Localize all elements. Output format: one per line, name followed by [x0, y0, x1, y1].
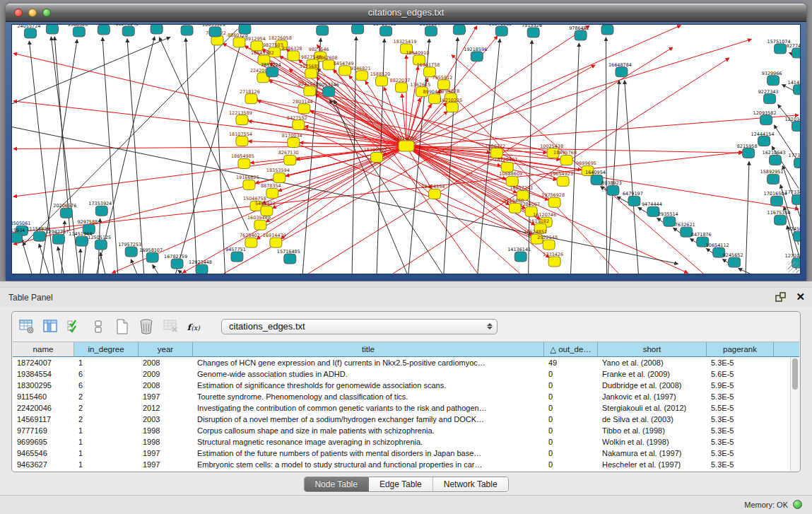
table-cell[interactable]: 1997 [139, 448, 193, 459]
graph-node[interactable] [471, 52, 483, 62]
graph-node[interactable] [792, 122, 800, 132]
table-cell[interactable]: 5.3E-5 [707, 357, 774, 368]
panel-splitter[interactable]: ▴ [0, 281, 812, 288]
table-cell[interactable]: 0 [544, 368, 598, 380]
graph-node[interactable] [239, 25, 251, 34]
graph-node[interactable] [792, 48, 800, 58]
column-header-year[interactable]: year [139, 342, 193, 357]
table-cell[interactable]: Estimation of the future numbers of pati… [193, 448, 544, 459]
graph-node[interactable] [52, 234, 64, 244]
table-cell[interactable]: 1 [74, 448, 139, 459]
window-titlebar[interactable]: citations_edges.txt [6, 4, 806, 22]
graph-node[interactable] [792, 194, 800, 204]
table-cell[interactable]: Dudbridge et al. (2008) [598, 380, 707, 391]
table-cell[interactable]: 5.3E-5 [707, 391, 774, 402]
table-row[interactable]: 946362711997Embryonic stem cells: a mode… [13, 459, 790, 470]
table-cell[interactable]: 0 [544, 391, 598, 402]
table-cell[interactable]: 1998 [139, 436, 193, 448]
table-cell[interactable]: 5.6E-5 [707, 368, 774, 380]
table-cell[interactable]: Franke et al. (2009) [598, 368, 707, 380]
table-row[interactable]: 2242004622012Investigating the contribut… [13, 402, 790, 414]
graph-node[interactable] [352, 25, 364, 34]
graph-node[interactable] [33, 231, 45, 241]
create-table-icon[interactable] [114, 318, 131, 335]
table-cell[interactable]: 5.3E-5 [707, 425, 774, 436]
table-cell[interactable]: 2 [74, 391, 139, 402]
scrollbar-thumb[interactable] [792, 358, 798, 390]
graph-node[interactable] [288, 138, 300, 148]
graph-node[interactable] [125, 247, 137, 257]
graph-node[interactable] [251, 41, 263, 51]
table-cell[interactable]: Tourette syndrome. Phenomenology and cla… [193, 391, 544, 402]
table-cell[interactable]: 5.3E-5 [707, 448, 774, 459]
graph-node[interactable] [601, 25, 613, 35]
table-cell[interactable]: 6 [74, 380, 139, 391]
table-cell[interactable]: 2008 [139, 380, 193, 391]
graph-node[interactable] [575, 30, 587, 40]
graph-node[interactable] [767, 76, 779, 86]
graph-node[interactable] [664, 216, 676, 226]
graph-node[interactable] [453, 25, 465, 35]
graph-node[interactable] [245, 94, 257, 104]
graph-node[interactable] [298, 104, 310, 114]
graph-node[interactable] [98, 25, 110, 35]
tab-edge-table[interactable]: Edge Table [369, 477, 433, 491]
table-cell[interactable]: de Silva et al. (2003) [598, 414, 707, 425]
table-cell[interactable]: Changes of HCN gene expression and I(f) … [193, 357, 544, 368]
table-cell[interactable]: 0 [544, 459, 598, 470]
graph-node[interactable] [399, 141, 414, 151]
table-cell[interactable]: 1997 [139, 391, 193, 402]
graph-node[interactable] [181, 25, 193, 35]
graph-node[interactable] [12, 233, 22, 243]
table-cell[interactable]: Genome-wide association studies in ADHD. [193, 368, 544, 380]
table-row[interactable]: 911546021997Tourette syndrome. Phenomeno… [13, 391, 790, 402]
minimize-window-icon[interactable] [28, 8, 37, 17]
graph-node[interactable] [76, 236, 88, 246]
table-cell[interactable]: 0 [544, 402, 598, 414]
graph-node[interactable] [764, 94, 776, 104]
graph-node[interactable] [775, 215, 787, 225]
graph-node[interactable] [775, 44, 787, 54]
graph-node[interactable] [560, 155, 572, 165]
graph-node[interactable] [317, 25, 329, 35]
table-cell[interactable]: 2012 [139, 402, 193, 414]
graph-node[interactable] [729, 257, 741, 267]
graph-node[interactable] [767, 174, 779, 184]
clear-selection-icon[interactable] [90, 318, 107, 335]
graph-node[interactable] [95, 206, 107, 216]
close-panel-icon[interactable]: ✕ [796, 291, 805, 303]
table-cell[interactable]: 5.5E-5 [707, 402, 774, 414]
table-cell[interactable]: 9699695 [13, 436, 74, 448]
graph-node[interactable] [376, 76, 388, 86]
graph-node[interactable] [284, 254, 296, 264]
column-header-out_de[interactable]: △ out_de… [544, 342, 598, 357]
graph-node[interactable] [151, 25, 163, 34]
graph-node[interactable] [273, 173, 286, 182]
graph-node[interactable] [758, 136, 770, 146]
table-cell[interactable]: 2 [74, 414, 139, 425]
graph-node[interactable] [243, 180, 255, 189]
table-cell[interactable]: 5.9E-5 [707, 380, 774, 391]
graph-node[interactable] [146, 252, 158, 262]
table-cell[interactable]: 0 [544, 380, 598, 391]
graph-node[interactable] [209, 27, 221, 37]
table-cell[interactable]: 22420046 [13, 402, 74, 414]
graph-node[interactable] [509, 203, 521, 213]
show-columns-icon[interactable] [42, 318, 59, 335]
graph-node[interactable] [171, 259, 183, 269]
graph-node[interactable] [548, 257, 560, 267]
table-cell[interactable]: Stergiakouli et al. (2012) [598, 402, 707, 414]
column-header-title[interactable]: title [193, 342, 544, 357]
table-cell[interactable]: Embryonic stem cells: a model to study s… [193, 459, 544, 470]
table-cell[interactable]: 2003 [139, 414, 193, 425]
table-cell[interactable]: 9115460 [13, 391, 74, 402]
column-header-in_degree[interactable]: in_degree [74, 342, 139, 357]
graph-node[interactable] [616, 67, 628, 77]
table-cell[interactable]: 2009 [139, 368, 193, 380]
delete-column-icon[interactable] [162, 318, 179, 335]
table-cell[interactable]: 9463627 [13, 459, 74, 470]
graph-node[interactable] [284, 155, 296, 165]
graph-node[interactable] [628, 196, 640, 206]
graph-node[interactable] [73, 27, 85, 37]
graph-node[interactable] [288, 51, 300, 61]
